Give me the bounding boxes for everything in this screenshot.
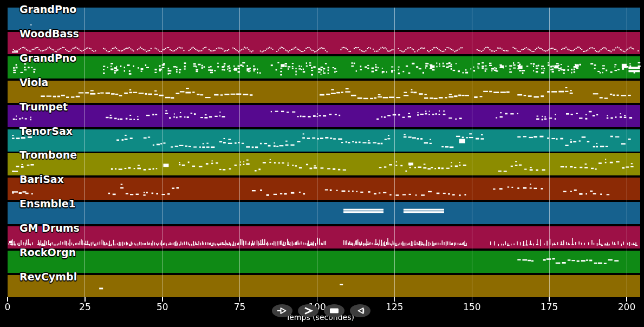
stop-icon bbox=[328, 306, 340, 315]
midi-visualizer-window: GrandPnoWoodBassGrandPnoViolaTrumpetTeno… bbox=[0, 0, 644, 327]
axis-tick-label: 200 bbox=[614, 302, 640, 312]
axis-tick bbox=[239, 297, 240, 302]
play-button[interactable] bbox=[272, 304, 292, 317]
axis-tick-label: 75 bbox=[227, 302, 253, 312]
stop-button[interactable] bbox=[324, 304, 344, 317]
axis-tick bbox=[84, 297, 86, 302]
axis-tick-label: 175 bbox=[536, 302, 562, 312]
axis-tick-label: 50 bbox=[149, 302, 175, 312]
axis-tick-label: 0 bbox=[0, 302, 21, 312]
forward-icon bbox=[302, 306, 314, 315]
axis-tick bbox=[7, 297, 8, 302]
axis-tick bbox=[317, 297, 318, 302]
axis-tick-label: 125 bbox=[381, 302, 407, 312]
forward-button[interactable] bbox=[298, 304, 318, 317]
axis-tick bbox=[549, 297, 550, 302]
axis-tick bbox=[626, 297, 627, 302]
axis-tick bbox=[162, 297, 163, 302]
play-arrow-icon bbox=[276, 306, 288, 315]
axis-tick-label: 150 bbox=[459, 302, 485, 312]
rewind-icon bbox=[354, 306, 366, 315]
rewind-button[interactable] bbox=[350, 304, 370, 317]
axis-tick bbox=[394, 297, 395, 302]
axis-tick bbox=[472, 297, 473, 302]
time-axis: Temps (secondes) 0255075100125150175200 bbox=[0, 0, 644, 327]
axis-tick-label: 25 bbox=[72, 302, 98, 312]
